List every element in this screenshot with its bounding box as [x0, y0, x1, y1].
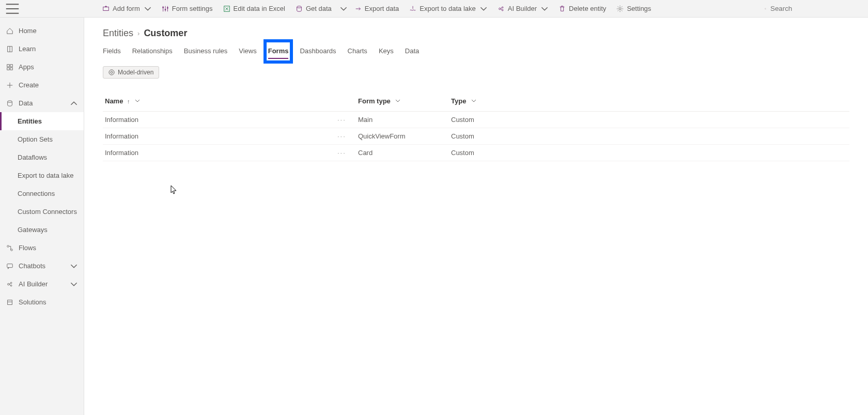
nav-ai-builder-label: AI Builder [19, 280, 48, 288]
sliders-icon [162, 5, 169, 12]
svg-point-5 [297, 6, 302, 8]
row-more-button[interactable]: ··· [335, 145, 356, 161]
cell-form-type: Main [356, 112, 449, 128]
chevron-down-icon [135, 98, 140, 103]
tab-data[interactable]: Data [405, 44, 419, 59]
edit-excel-button[interactable]: Edit data in Excel [218, 3, 290, 14]
nav-chatbots[interactable]: Chatbots [0, 257, 84, 275]
nav-export-lake[interactable]: Export to data lake [0, 166, 84, 185]
settings-button[interactable]: Settings [611, 3, 656, 14]
cell-type: Custom [449, 145, 849, 161]
svg-point-6 [499, 8, 501, 10]
svg-point-2 [164, 9, 166, 10]
col-type[interactable]: Type [449, 93, 849, 112]
svg-rect-12 [7, 64, 9, 66]
export-icon [354, 5, 362, 12]
chevron-right-icon: › [137, 29, 140, 37]
nav-flows[interactable]: Flows [0, 239, 84, 257]
chat-icon [6, 263, 13, 270]
col-name[interactable]: Name ↑ [103, 93, 335, 112]
export-data-button[interactable]: Export data [349, 3, 405, 14]
nav-gateways-label: Gateways [18, 226, 48, 234]
plus-icon [6, 82, 13, 89]
nav-create-label: Create [19, 81, 39, 89]
row-more-button[interactable]: ··· [335, 128, 356, 145]
tab-views[interactable]: Views [239, 44, 256, 59]
export-lake-button[interactable]: Export to data lake [404, 3, 492, 14]
chevron-down-icon [144, 5, 151, 12]
chevron-down-icon [541, 5, 548, 12]
gear-icon [616, 5, 624, 12]
nav-option-sets[interactable]: Option Sets [0, 130, 84, 148]
search-box[interactable] [760, 3, 863, 14]
tab-dashboards[interactable]: Dashboards [300, 44, 336, 59]
main-content: Entities › Customer Fields Relationships… [84, 18, 868, 415]
model-driven-badge[interactable]: Model-driven [103, 66, 159, 79]
svg-point-25 [111, 71, 113, 73]
add-form-button[interactable]: Add form [97, 3, 157, 14]
nav-learn-label: Learn [19, 45, 36, 53]
nav-entities[interactable]: Entities [0, 112, 84, 130]
forms-table: Name ↑ Form type Type [103, 93, 849, 161]
cell-type: Custom [449, 112, 849, 128]
nav-data[interactable]: Data [0, 94, 84, 112]
tab-business-rules[interactable]: Business rules [184, 44, 228, 59]
tab-charts[interactable]: Charts [348, 44, 367, 59]
delete-entity-button[interactable]: Delete entity [553, 3, 611, 14]
export-data-label: Export data [365, 5, 399, 12]
col-form-type-label: Form type [358, 97, 391, 105]
tab-fields[interactable]: Fields [103, 44, 121, 59]
nav-solutions-label: Solutions [19, 298, 46, 306]
form-settings-button[interactable]: Form settings [157, 3, 218, 14]
col-name-label: Name [105, 97, 123, 105]
breadcrumb-root[interactable]: Entities [103, 28, 133, 39]
col-form-type[interactable]: Form type [356, 93, 449, 112]
get-data-button[interactable]: Get data [290, 3, 337, 14]
export-lake-label: Export to data lake [420, 5, 475, 12]
tab-relationships[interactable]: Relationships [132, 44, 173, 59]
database-icon [296, 5, 303, 12]
svg-point-20 [8, 283, 10, 285]
tab-keys[interactable]: Keys [379, 44, 394, 59]
edit-excel-label: Edit data in Excel [234, 5, 285, 12]
table-row[interactable]: Information ··· Card Custom [103, 145, 849, 161]
cell-name: Information [103, 112, 335, 128]
cell-form-type: Card [356, 145, 449, 161]
hamburger-icon[interactable] [5, 2, 20, 16]
cell-name: Information [103, 128, 335, 145]
sort-asc-icon: ↑ [127, 98, 130, 104]
row-more-button[interactable]: ··· [335, 112, 356, 128]
svg-rect-13 [10, 64, 12, 66]
nav-learn[interactable]: Learn [0, 40, 84, 58]
nav-solutions[interactable]: Solutions [0, 293, 84, 311]
nav-custom-connectors[interactable]: Custom Connectors [0, 203, 84, 221]
breadcrumb: Entities › Customer [103, 28, 849, 39]
nav-create[interactable]: Create [0, 76, 84, 94]
svg-rect-15 [10, 67, 12, 69]
nav-apps[interactable]: Apps [0, 58, 84, 76]
ai-icon [6, 281, 13, 288]
nav-connections[interactable]: Connections [0, 185, 84, 203]
chevron-down-icon [70, 263, 78, 270]
chevron-down-icon [340, 5, 347, 12]
nav-home[interactable]: Home [0, 22, 84, 40]
delete-entity-label: Delete entity [569, 5, 606, 12]
svg-point-1 [162, 7, 164, 8]
top-toolbar: Add form Form settings Edit data in Exce… [0, 0, 868, 18]
svg-rect-23 [8, 300, 12, 304]
nav-dataflows[interactable]: Dataflows [0, 148, 84, 166]
target-icon [109, 69, 115, 75]
tab-forms[interactable]: Forms [268, 44, 289, 59]
ai-builder-button[interactable]: AI Builder [492, 3, 553, 14]
svg-point-16 [8, 100, 12, 102]
table-row[interactable]: Information ··· Main Custom [103, 112, 849, 128]
chevron-up-icon [70, 100, 78, 107]
search-input[interactable] [770, 5, 858, 12]
get-data-chevron[interactable] [337, 3, 349, 14]
nav-ai-builder[interactable]: AI Builder [0, 275, 84, 293]
nav-apps-label: Apps [19, 63, 34, 71]
table-row[interactable]: Information ··· QuickViewForm Custom [103, 128, 849, 145]
svg-point-10 [765, 8, 766, 9]
ai-icon [498, 5, 505, 12]
nav-gateways[interactable]: Gateways [0, 221, 84, 239]
